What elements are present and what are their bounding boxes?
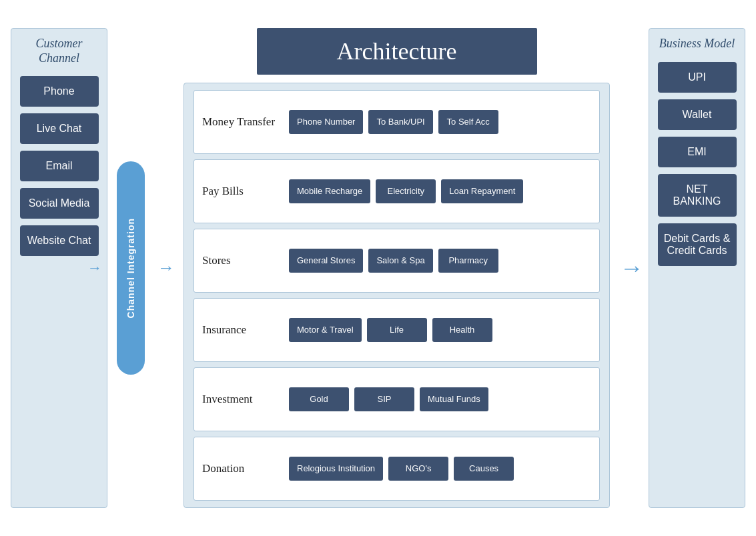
- service-item-motor-travel: Motor & Travel: [289, 318, 362, 343]
- business-model-title: Business Model: [659, 37, 735, 51]
- service-item-life: Life: [367, 318, 427, 343]
- channel-item-email: Email: [20, 151, 99, 181]
- channel-item-websitechat: Website Chat: [20, 225, 99, 256]
- biz-item-emi: EMI: [658, 137, 737, 167]
- service-item-to-self: To Self Acc: [438, 110, 498, 135]
- service-item-pharmacy: Pharmacy: [438, 249, 498, 273]
- service-items-pay-bills: Mobile Recharge Electricity Loan Repayme…: [289, 179, 523, 204]
- service-items-donation: Relogious Institution NGO's Causes: [289, 457, 514, 481]
- service-items-insurance: Motor & Travel Life Health: [289, 318, 492, 343]
- service-row-insurance: Insurance Motor & Travel Life Health: [194, 298, 600, 362]
- arrow-to-business: →: [615, 28, 649, 508]
- service-item-electricity: Electricity: [376, 179, 436, 204]
- service-item-religious: Relogious Institution: [289, 457, 383, 481]
- service-item-sip: SIP: [354, 387, 414, 412]
- arrow-left-icon: →: [87, 259, 102, 277]
- services-panel: Money Transfer Phone Number To Bank/UPI …: [183, 83, 610, 508]
- service-item-mutual-funds: Mutual Funds: [420, 387, 488, 412]
- service-items-money-transfer: Phone Number To Bank/UPI To Self Acc: [289, 110, 498, 135]
- service-item-mobile-recharge: Mobile Recharge: [289, 179, 370, 204]
- service-item-general-stores: General Stores: [289, 249, 363, 273]
- business-model-panel: Business Model UPI Wallet EMI NET BANKIN…: [649, 28, 745, 508]
- service-item-phone-number: Phone Number: [289, 110, 363, 135]
- biz-item-wallet: Wallet: [658, 99, 737, 130]
- service-row-stores: Stores General Stores Salon & Spa Pharma…: [194, 229, 600, 293]
- arrow-to-main: →: [154, 28, 178, 508]
- channel-item-phone: Phone: [20, 76, 99, 107]
- service-label-donation: Donation: [202, 462, 282, 475]
- service-item-loan-repayment: Loan Repayment: [441, 179, 523, 204]
- service-item-salon-spa: Salon & Spa: [368, 249, 432, 273]
- arrow-center-icon: →: [157, 258, 175, 278]
- service-item-causes: Causes: [454, 457, 514, 481]
- service-label-insurance: Insurance: [202, 323, 282, 337]
- architecture-title: Architecture: [257, 28, 537, 75]
- service-item-gold: Gold: [289, 387, 349, 412]
- channel-item-socialmedia: Social Media: [20, 188, 99, 219]
- service-label-investment: Investment: [202, 393, 282, 406]
- channel-integration-pill: Channel Integration: [117, 161, 145, 375]
- biz-item-net-banking: NET BANKING: [658, 174, 737, 217]
- service-items-stores: General Stores Salon & Spa Pharmacy: [289, 249, 498, 273]
- biz-item-upi: UPI: [658, 62, 737, 93]
- diagram-container: Customer Channel Phone Live Chat Email S…: [0, 0, 756, 536]
- service-row-investment: Investment Gold SIP Mutual Funds: [194, 367, 600, 431]
- biz-item-cards: Debit Cards & Credit Cards: [658, 223, 737, 266]
- service-label-pay-bills: Pay Bills: [202, 185, 282, 198]
- service-row-money-transfer: Money Transfer Phone Number To Bank/UPI …: [194, 90, 600, 154]
- service-row-donation: Donation Relogious Institution NGO's Cau…: [194, 437, 600, 501]
- service-row-pay-bills: Pay Bills Mobile Recharge Electricity Lo…: [194, 159, 600, 223]
- service-item-ngos: NGO's: [388, 457, 448, 481]
- channel-integration-wrapper: → Channel Integration: [107, 28, 154, 508]
- main-section: Architecture Money Transfer Phone Number…: [178, 28, 615, 508]
- channel-integration-label: Channel Integration: [125, 218, 136, 318]
- arrow-right-big-icon: →: [620, 254, 644, 282]
- service-items-investment: Gold SIP Mutual Funds: [289, 387, 488, 412]
- customer-channel-title: Customer Channel: [17, 37, 101, 65]
- service-label-stores: Stores: [202, 254, 282, 267]
- channel-item-livechat: Live Chat: [20, 113, 99, 144]
- service-label-money-transfer: Money Transfer: [202, 115, 282, 129]
- service-item-health: Health: [432, 318, 492, 343]
- service-item-to-bank: To Bank/UPI: [368, 110, 432, 135]
